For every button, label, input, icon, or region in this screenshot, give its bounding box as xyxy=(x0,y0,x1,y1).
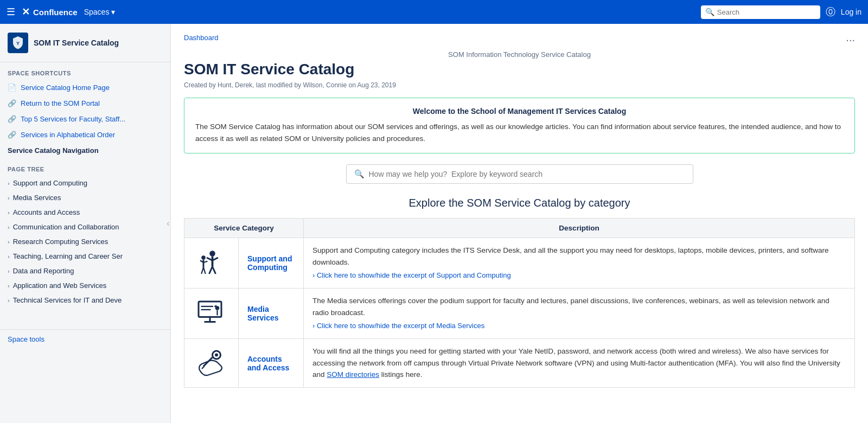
space-logo: Y xyxy=(8,33,28,53)
media-services-icon xyxy=(195,297,228,329)
sidebar-resizer[interactable] xyxy=(166,24,170,423)
page-tree-label: PAGE TREE xyxy=(0,158,170,176)
table-row: Media Services The Media services offeri… xyxy=(184,289,855,339)
tree-item-label: Communication and Collaboration xyxy=(13,223,119,231)
support-computing-desc: Support and Computing category includes … xyxy=(312,246,829,266)
service-category-cell: Media Services xyxy=(239,289,304,339)
sidebar-link-label: Services in Alphabetical Order xyxy=(21,131,115,139)
tree-item-technical-services[interactable]: › Technical Services for IT and Deve xyxy=(0,293,170,307)
support-computing-expand-link[interactable]: Click here to show/hide the excerpt of S… xyxy=(312,270,846,281)
chevron-icon: › xyxy=(8,239,10,245)
svg-line-25 xyxy=(202,367,205,369)
chevron-icon: › xyxy=(8,297,10,304)
support-computing-icon xyxy=(195,246,228,279)
tree-item-label: Research Computing Services xyxy=(13,238,108,246)
page-icon: 📄 xyxy=(8,84,16,92)
sidebar-item-return-som-portal[interactable]: 🔗 Return to the SOM Portal xyxy=(0,95,170,111)
table-row: Accounts and Access You will find all th… xyxy=(184,339,855,388)
sidebar-item-top5-services[interactable]: 🔗 Top 5 Services for Faculty, Staff... xyxy=(0,111,170,127)
explore-title: Explore the SOM Service Catalog by categ… xyxy=(184,197,855,209)
chevron-icon: › xyxy=(8,253,10,260)
tree-item-label: Accounts and Access xyxy=(13,208,80,216)
service-icon-cell xyxy=(184,289,239,339)
service-description-cell: You will find all the things you need fo… xyxy=(304,339,855,388)
search-icon: 🔍 xyxy=(705,8,714,16)
spaces-chevron-icon: ▾ xyxy=(111,8,115,16)
tree-item-label: Teaching, Learning and Career Ser xyxy=(13,252,123,260)
tree-item-app-web-services[interactable]: › Application and Web Services xyxy=(0,278,170,293)
tree-item-media-services[interactable]: › Media Services xyxy=(0,190,170,205)
tree-item-support-computing[interactable]: › Support and Computing xyxy=(0,176,170,190)
shortcuts-label: SPACE SHORTCUTS xyxy=(0,62,170,80)
global-search-input[interactable] xyxy=(701,5,820,19)
hamburger-menu-button[interactable]: ☰ xyxy=(7,6,15,18)
svg-point-7 xyxy=(201,255,206,260)
space-tools-button[interactable]: Space tools xyxy=(0,329,170,349)
svg-line-6 xyxy=(212,266,215,274)
tree-item-label: Support and Computing xyxy=(13,179,87,187)
breadcrumb-dashboard[interactable]: Dashboard xyxy=(184,34,219,42)
confluence-logo-icon: ✕ xyxy=(22,6,30,18)
table-header-description: Description xyxy=(304,219,855,238)
keyword-search-input[interactable] xyxy=(369,170,685,178)
service-description-cell: The Media services offerings cover the p… xyxy=(304,289,855,339)
page-meta: Created by Hunt, Derek, last modified by… xyxy=(184,81,855,89)
service-category-cell: Support and Computing xyxy=(239,238,304,289)
chevron-icon: › xyxy=(8,224,10,230)
link-icon: 🔗 xyxy=(8,99,16,107)
tree-item-label: Application and Web Services xyxy=(13,281,106,290)
chevron-icon: › xyxy=(8,195,10,201)
sidebar-link-label: Top 5 Services for Faculty, Staff... xyxy=(21,115,125,123)
top-navigation: ☰ ✕ Confluence Spaces ▾ 🔍 ⓪ Log in xyxy=(0,0,868,24)
main-layout: Y SOM IT Service Catalog SPACE SHORTCUTS… xyxy=(0,24,868,423)
tree-item-data-reporting[interactable]: › Data and Reporting xyxy=(0,264,170,278)
tree-item-label: Technical Services for IT and Deve xyxy=(13,296,122,304)
table-row: Support and Computing Support and Comput… xyxy=(184,238,855,289)
sidebar: Y SOM IT Service Catalog SPACE SHORTCUTS… xyxy=(0,24,171,423)
sidebar-link-label: Service Catalog Home Page xyxy=(21,84,110,92)
media-services-expand-link[interactable]: Click here to show/hide the excerpt of M… xyxy=(312,321,846,332)
service-icon-cell xyxy=(184,339,239,388)
keyword-search-icon: 🔍 xyxy=(354,169,365,179)
tree-item-communication[interactable]: › Communication and Collaboration xyxy=(0,220,170,234)
table-header-category: Service Category xyxy=(184,219,304,238)
media-services-desc: The Media services offerings cover the p… xyxy=(312,297,829,317)
confluence-logo[interactable]: ✕ Confluence xyxy=(22,6,78,18)
welcome-box: Welcome to the School of Management IT S… xyxy=(184,98,855,153)
accounts-access-link[interactable]: Accounts and Access xyxy=(247,355,289,372)
help-button[interactable]: ⓪ xyxy=(826,5,835,18)
service-category-cell: Accounts and Access xyxy=(239,339,304,388)
welcome-body: The SOM Service Catalog has information … xyxy=(195,121,844,144)
svg-text:Y: Y xyxy=(16,41,20,46)
page-more-options-button[interactable]: ··· xyxy=(846,34,855,46)
link-icon: 🔗 xyxy=(8,131,16,139)
space-tools-label: Space tools xyxy=(8,335,44,343)
service-table: Service Category Description xyxy=(184,218,855,388)
link-icon: 🔗 xyxy=(8,115,16,123)
search-wrapper: 🔍 xyxy=(701,5,820,19)
top-nav-right: 🔍 ⓪ Log in xyxy=(701,5,861,19)
sidebar-link-label: Return to the SOM Portal xyxy=(21,99,100,107)
main-content: Dashboard ··· SOM Information Technology… xyxy=(171,24,868,423)
svg-line-5 xyxy=(209,266,212,274)
svg-marker-20 xyxy=(214,305,216,308)
page-title-area: SOM IT Service Catalog Created by Hunt, … xyxy=(171,59,868,91)
login-button[interactable]: Log in xyxy=(841,8,861,16)
svg-line-12 xyxy=(203,267,206,274)
som-directories-link[interactable]: SOM directories xyxy=(327,370,379,379)
sidebar-space-name: SOM IT Service Catalog xyxy=(34,39,119,47)
support-computing-link[interactable]: Support and Computing xyxy=(247,254,292,272)
welcome-title: Welcome to the School of Management IT S… xyxy=(195,107,844,116)
chevron-icon: › xyxy=(8,180,10,187)
page-body: Welcome to the School of Management IT S… xyxy=(171,91,868,394)
sidebar-item-service-catalog-home[interactable]: 📄 Service Catalog Home Page xyxy=(0,80,170,95)
sidebar-item-alphabetical-order[interactable]: 🔗 Services in Alphabetical Order xyxy=(0,127,170,143)
media-services-link[interactable]: Media Services xyxy=(247,305,279,322)
tree-item-label: Data and Reporting xyxy=(13,267,74,275)
tree-item-teaching-learning[interactable]: › Teaching, Learning and Career Ser xyxy=(0,249,170,264)
tree-item-research-computing[interactable]: › Research Computing Services xyxy=(0,234,170,249)
tree-item-accounts-access[interactable]: › Accounts and Access xyxy=(0,205,170,220)
spaces-dropdown-button[interactable]: Spaces ▾ xyxy=(84,8,116,16)
spaces-label: Spaces xyxy=(84,8,110,16)
keyword-search-wrapper: 🔍 xyxy=(346,164,693,184)
